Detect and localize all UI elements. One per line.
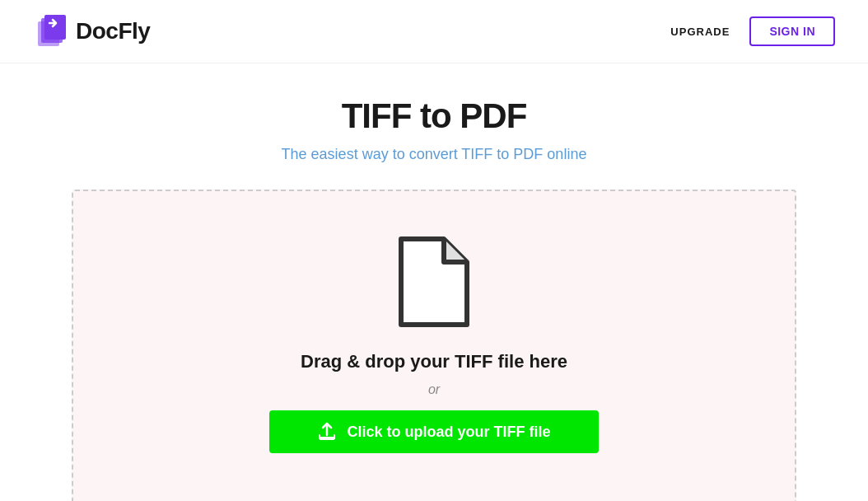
page-subtitle: The easiest way to convert TIFF to PDF o… — [282, 146, 587, 163]
file-icon — [393, 232, 475, 331]
upload-area[interactable]: Drag & drop your TIFF file here or Click… — [72, 190, 796, 501]
file-icon-container — [393, 232, 475, 335]
logo-text: DocFly — [76, 18, 150, 44]
page-title: TIFF to PDF — [342, 96, 527, 136]
or-text: or — [428, 382, 440, 397]
header-nav: UPGRADE SIGN IN — [670, 16, 835, 46]
drag-drop-text: Drag & drop your TIFF file here — [301, 351, 567, 372]
upgrade-link[interactable]: UPGRADE — [670, 26, 730, 38]
svg-rect-2 — [44, 15, 66, 40]
logo[interactable]: DocFly — [33, 13, 150, 49]
signin-button[interactable]: SIGN IN — [749, 16, 835, 46]
header: DocFly UPGRADE SIGN IN — [0, 0, 868, 63]
upload-button[interactable]: Click to upload your TIFF file — [269, 410, 599, 453]
upload-button-label: Click to upload your TIFF file — [347, 424, 550, 441]
main-content: TIFF to PDF The easiest way to convert T… — [0, 63, 868, 501]
docfly-logo-icon — [33, 13, 69, 49]
upload-icon — [317, 422, 337, 442]
